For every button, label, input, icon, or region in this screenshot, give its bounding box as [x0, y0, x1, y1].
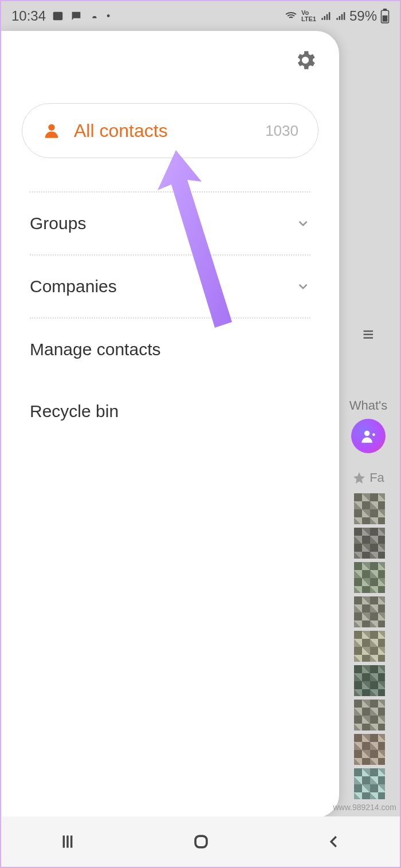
contact-thumb[interactable]	[354, 700, 385, 730]
svg-point-4	[364, 431, 369, 436]
signal-icon-1	[320, 10, 331, 22]
drawer-item-recycle-bin[interactable]: Recycle bin	[30, 380, 310, 442]
chevron-down-icon	[296, 216, 310, 231]
message-icon	[70, 10, 82, 22]
status-bar: 10:34 • VoLTE1 59%	[1, 1, 400, 31]
svg-rect-2	[383, 9, 387, 10]
more-dot-icon: •	[107, 10, 110, 22]
contact-thumb[interactable]	[354, 528, 385, 559]
add-contact-avatar[interactable]	[351, 419, 386, 453]
wifi-icon	[284, 9, 298, 23]
home-button[interactable]	[191, 832, 211, 851]
back-button[interactable]	[325, 833, 343, 850]
watermark: www.989214.com	[333, 803, 396, 812]
app-background: ≡ What's Fa	[337, 31, 400, 818]
all-contacts-label: All contacts	[74, 120, 253, 142]
hamburger-icon[interactable]: ≡	[363, 323, 374, 345]
svg-point-5	[48, 124, 54, 131]
drawer-item-label: Recycle bin	[30, 402, 119, 421]
person-icon	[42, 121, 61, 140]
vo-lte-icon: VoLTE1	[301, 10, 316, 22]
signal-icon-2	[335, 10, 346, 22]
notification-icon	[52, 10, 64, 22]
gear-icon[interactable]	[293, 48, 317, 72]
sunrise-icon	[88, 10, 101, 22]
contact-thumb[interactable]	[354, 768, 385, 799]
drawer-item-label: Companies	[30, 277, 117, 296]
drawer-item-label: Manage contacts	[30, 340, 160, 359]
svg-rect-3	[383, 15, 388, 22]
favourites-label: Fa	[369, 470, 384, 485]
recents-button[interactable]	[58, 832, 77, 851]
star-icon	[352, 471, 366, 485]
all-contacts-count: 1030	[265, 122, 298, 140]
drawer-item-label: Groups	[30, 214, 86, 233]
drawer-item-manage-contacts[interactable]: Manage contacts	[30, 319, 310, 380]
contact-thumb[interactable]	[354, 596, 385, 627]
svg-rect-0	[53, 12, 63, 21]
drawer-item-companies[interactable]: Companies	[30, 256, 310, 317]
whats-label: What's	[349, 398, 388, 413]
battery-percent: 59%	[349, 8, 377, 24]
contact-thumb[interactable]	[354, 493, 385, 524]
contact-thumb[interactable]	[354, 734, 385, 765]
svg-rect-9	[195, 836, 207, 847]
all-contacts-pill[interactable]: All contacts 1030	[22, 103, 319, 158]
status-time: 10:34	[11, 8, 46, 24]
chevron-down-icon	[296, 279, 310, 294]
drawer-item-groups[interactable]: Groups	[30, 193, 310, 254]
contact-thumb[interactable]	[354, 631, 385, 662]
contact-thumb[interactable]	[354, 562, 385, 593]
android-nav-bar	[1, 816, 400, 867]
contact-thumb[interactable]	[354, 665, 385, 696]
navigation-drawer: All contacts 1030 Groups Companies Manag…	[1, 31, 339, 818]
battery-icon	[380, 9, 390, 23]
